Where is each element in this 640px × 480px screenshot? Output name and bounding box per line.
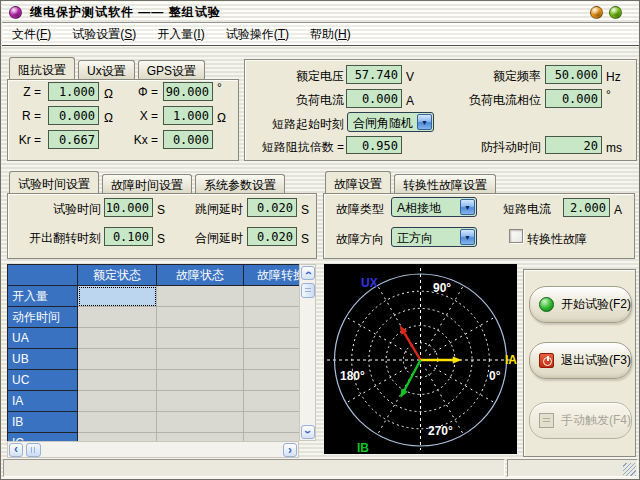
scroll-down-button[interactable]: › xyxy=(301,425,315,439)
table-cell[interactable] xyxy=(78,433,157,442)
table-cell[interactable] xyxy=(244,307,300,328)
table-cell[interactable] xyxy=(157,412,244,433)
row-header[interactable]: UB xyxy=(8,349,78,370)
x-field[interactable]: 1.000 xyxy=(163,106,213,125)
ib-label: IB xyxy=(357,441,369,454)
vertical-scroll-thumb[interactable] xyxy=(301,283,315,298)
load-current-field[interactable]: 0.000 xyxy=(346,89,402,108)
tab-ux-settings[interactable]: Ux设置 xyxy=(78,60,135,80)
dropdown-arrow-button[interactable]: ▼ xyxy=(417,114,432,130)
tab-gps-settings[interactable]: GPS设置 xyxy=(138,60,205,80)
phi-unit: ° xyxy=(217,81,222,95)
table-cell[interactable] xyxy=(157,349,244,370)
start-test-button[interactable]: 开始试验(F2) xyxy=(529,286,632,323)
table-cell[interactable] xyxy=(244,433,300,442)
table-cell[interactable] xyxy=(244,391,300,412)
dropdown-arrow-button[interactable]: ▼ xyxy=(460,199,475,215)
table-cell[interactable] xyxy=(157,307,244,328)
load-phase-unit: ° xyxy=(606,88,611,102)
scroll-up-button[interactable]: › xyxy=(301,266,315,280)
fault-type-label: 故障类型 xyxy=(336,201,384,218)
table-cell[interactable] xyxy=(157,286,244,307)
chevron-right-icon: › xyxy=(288,444,292,456)
resize-grip[interactable] xyxy=(623,463,636,476)
short-current-field[interactable]: 2.000 xyxy=(563,198,610,217)
test-time-field[interactable]: 10.000 xyxy=(104,198,153,217)
menu-help[interactable]: 帮助(H) xyxy=(302,23,359,45)
debounce-field[interactable]: 20 xyxy=(545,136,602,154)
tab-fault-time[interactable]: 故障时间设置 xyxy=(102,174,192,194)
table-cell[interactable] xyxy=(78,328,157,349)
table-row: 动作时间 xyxy=(8,307,300,328)
row-header[interactable]: IC xyxy=(8,433,78,442)
table-cell[interactable] xyxy=(157,328,244,349)
row-header[interactable]: IA xyxy=(8,391,78,412)
flip-time-unit: S xyxy=(157,232,165,246)
table-cell[interactable] xyxy=(157,370,244,391)
row-header[interactable]: IB xyxy=(8,412,78,433)
scroll-left-button[interactable]: › xyxy=(9,443,23,457)
window-control-orange-button[interactable] xyxy=(590,6,603,19)
tab-impedance-settings[interactable]: 阻抗设置 xyxy=(9,57,75,80)
fault-type-dropdown[interactable]: A相接地 ▼ xyxy=(391,197,477,217)
row-header[interactable]: 开入量 xyxy=(8,286,78,307)
scroll-right-button[interactable]: › xyxy=(283,443,297,457)
close-delay-field[interactable]: 0.020 xyxy=(247,227,297,246)
phi-field[interactable]: 90.000 xyxy=(163,82,213,101)
menu-binary-input[interactable]: 开入量(I) xyxy=(149,23,212,45)
table-cell[interactable] xyxy=(244,370,300,391)
phasor-vector-red xyxy=(402,330,420,360)
table-cell[interactable] xyxy=(78,370,157,391)
table-cell[interactable] xyxy=(244,328,300,349)
phasor-arrowhead-yellow xyxy=(453,357,462,364)
table-cell[interactable] xyxy=(78,391,157,412)
table-cell[interactable] xyxy=(244,349,300,370)
rated-voltage-field[interactable]: 57.740 xyxy=(346,65,402,84)
dropdown-arrow-button[interactable]: ▼ xyxy=(460,229,475,245)
kx-field[interactable]: 0.000 xyxy=(163,130,213,149)
x-unit: Ω xyxy=(217,111,226,125)
time-tabs: 试验时间设置 故障时间设置 系统参数设置 xyxy=(9,171,288,194)
tab-test-time[interactable]: 试验时间设置 xyxy=(9,171,99,194)
short-current-unit: A xyxy=(614,203,622,217)
row-header[interactable]: 动作时间 xyxy=(8,307,78,328)
row-header[interactable]: UC xyxy=(8,370,78,391)
r-field[interactable]: 0.000 xyxy=(48,106,99,125)
menu-test-operate[interactable]: 试验操作(T) xyxy=(218,23,297,45)
z-field[interactable]: 1.000 xyxy=(48,82,99,101)
table-cell[interactable] xyxy=(244,286,300,307)
window-control-green-button[interactable] xyxy=(609,6,622,19)
rated-freq-field[interactable]: 50.000 xyxy=(545,65,602,84)
table-cell[interactable] xyxy=(78,349,157,370)
menu-test-settings[interactable]: 试验设置(S) xyxy=(64,23,144,45)
table-cell[interactable] xyxy=(244,412,300,433)
impedance-multiple-field[interactable]: 0.950 xyxy=(346,136,402,154)
column-header-fault-convert: 故障转换 xyxy=(244,265,300,286)
kr-field[interactable]: 0.667 xyxy=(48,130,99,149)
convert-fault-checkbox[interactable] xyxy=(509,229,523,243)
fault-direction-dropdown[interactable]: 正方向 ▼ xyxy=(391,227,477,247)
tab-fault-settings[interactable]: 故障设置 xyxy=(325,171,391,194)
flip-time-field[interactable]: 0.100 xyxy=(104,227,153,246)
horizontal-scroll-thumb[interactable] xyxy=(26,443,41,457)
table-cell[interactable] xyxy=(78,286,157,307)
short-start-dropdown[interactable]: 合闸角随机 ▼ xyxy=(347,112,434,132)
table-cell[interactable] xyxy=(157,391,244,412)
grid-horizontal-scrollbar[interactable]: › › xyxy=(7,441,299,458)
status-bar-right xyxy=(507,459,638,477)
row-header[interactable]: UA xyxy=(8,328,78,349)
load-phase-field[interactable]: 0.000 xyxy=(545,89,602,108)
tab-system-params[interactable]: 系统参数设置 xyxy=(195,174,285,194)
short-start-label: 短路起始时刻 xyxy=(262,116,344,133)
table-cell[interactable] xyxy=(157,433,244,442)
tab-convert-fault-settings[interactable]: 转换性故障设置 xyxy=(394,174,496,194)
table-cell[interactable] xyxy=(78,412,157,433)
grid-vertical-scrollbar[interactable]: › › xyxy=(299,264,316,441)
trip-delay-field[interactable]: 0.020 xyxy=(247,198,297,217)
load-current-label: 负荷电流 xyxy=(282,92,344,109)
titlebar: 继电保护测试软件 —— 整组试验 xyxy=(2,2,639,23)
exit-test-button[interactable]: 退出试验(F3) xyxy=(529,342,632,379)
test-time-label: 试验时间 xyxy=(53,201,101,218)
menu-file[interactable]: 文件(F) xyxy=(4,23,59,45)
table-cell[interactable] xyxy=(78,307,157,328)
